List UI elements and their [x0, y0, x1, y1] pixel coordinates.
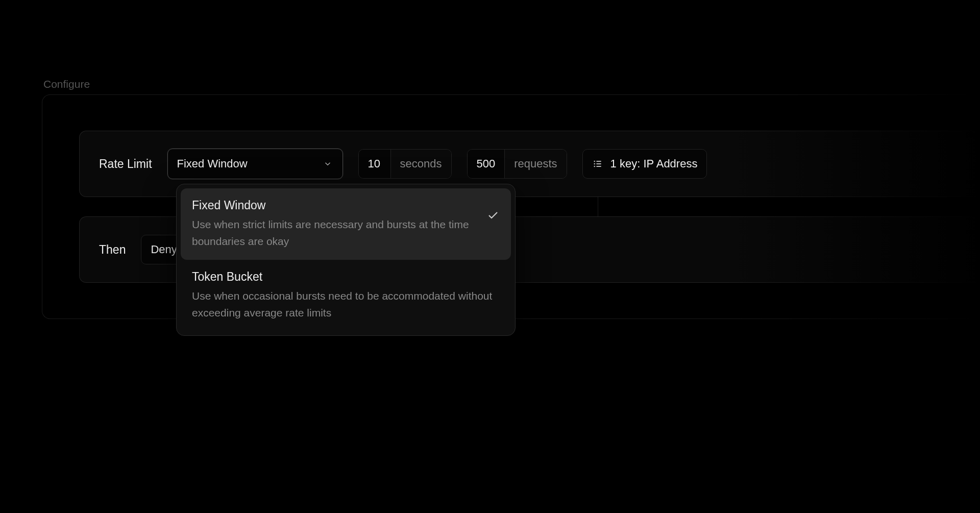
option-title: Token Bucket — [192, 270, 500, 284]
action-label: Then — [99, 243, 126, 257]
interval-input-group: 10 seconds — [358, 149, 452, 179]
svg-point-3 — [594, 161, 595, 162]
page-title: Configure — [43, 78, 90, 90]
interval-value-input[interactable]: 10 — [359, 150, 390, 178]
limit-unit: requests — [504, 150, 566, 178]
option-description: Use when strict limits are necessary and… — [192, 216, 476, 250]
option-title: Fixed Window — [192, 199, 476, 212]
limit-input-group: 500 requests — [467, 149, 567, 179]
check-icon — [486, 209, 500, 222]
option-fixed-window[interactable]: Fixed Window Use when strict limits are … — [181, 188, 511, 260]
key-label: 1 key: IP Address — [610, 157, 698, 170]
algorithm-dropdown-menu: Fixed Window Use when strict limits are … — [176, 184, 516, 336]
list-icon — [592, 158, 603, 169]
rate-limit-label: Rate Limit — [99, 157, 152, 171]
chevron-down-icon — [322, 158, 333, 169]
algorithm-selected-value: Fixed Window — [177, 157, 248, 170]
option-description: Use when occasional bursts need to be ac… — [192, 288, 500, 321]
algorithm-dropdown[interactable]: Fixed Window — [167, 149, 343, 179]
svg-point-5 — [594, 166, 595, 167]
divider — [598, 197, 598, 216]
option-token-bucket[interactable]: Token Bucket Use when occasional bursts … — [181, 260, 511, 331]
limit-value-input[interactable]: 500 — [468, 150, 505, 178]
interval-unit: seconds — [390, 150, 451, 178]
key-selector[interactable]: 1 key: IP Address — [582, 149, 707, 179]
svg-point-4 — [594, 164, 595, 164]
